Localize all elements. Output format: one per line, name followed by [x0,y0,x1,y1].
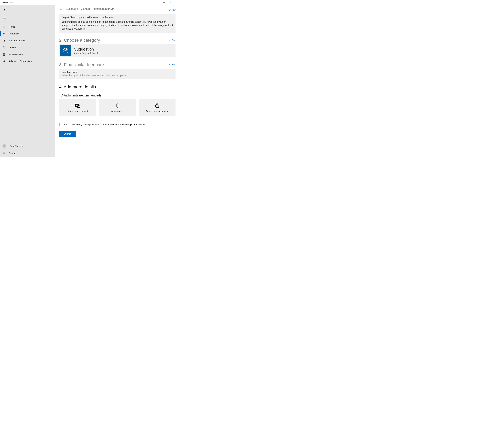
svg-point-9 [4,33,5,34]
hamburger-button[interactable] [2,16,7,20]
feedback-summary-box: Snip & Sketch app should have a zoom fea… [59,14,175,33]
feedback-title: Snip & Sketch app should have a zoom fea… [62,16,173,19]
edit-button-step1[interactable]: Edit [168,9,175,11]
home-icon [2,25,6,28]
svg-rect-1 [170,2,172,3]
paperclip-icon [115,103,120,108]
window-close-button[interactable] [175,0,182,5]
avatar-icon: + [2,144,6,148]
similar-feedback-box: New feedback Select this option if there… [59,69,175,79]
category-box: Suggestion Apps > Snip and Sketch [59,44,175,57]
category-title: Suggestion [74,47,99,52]
svg-rect-11 [3,60,4,61]
nav-quests[interactable]: Quests [0,44,55,51]
ribbon-icon [2,53,6,56]
nav-feedback[interactable]: Feedback [0,30,55,37]
window-minimize-button[interactable] [161,0,167,5]
pencil-icon [168,39,171,41]
svg-point-8 [3,33,4,33]
nav-achievements[interactable]: Achievements [0,51,55,58]
feedback-body: You should be able to zoom in on an imag… [62,20,173,30]
diagnostics-icon [2,60,6,63]
nav-label: Quests [9,46,16,49]
user-name: Cora Thomas [10,145,23,147]
tile-label: Record my suggestion [146,110,168,112]
category-path: Apps > Snip and Sketch [74,52,99,55]
nav-label: Feedback [9,32,19,35]
nav-announcements[interactable]: Announcements [0,37,55,44]
svg-point-28 [158,107,159,108]
megaphone-icon [2,39,6,42]
pencil-icon [168,9,171,11]
nav-label: Settings [9,152,17,154]
main-content: 1. Enter your feedback Edit Snip & Sketc… [55,5,182,157]
attach-screenshot-tile[interactable]: Attach a screenshot [59,99,96,116]
nav-label: Achievements [9,53,23,56]
window-title: Feedback Hub [1,1,13,3]
save-copy-checkbox[interactable]: Save a local copy of diagnostics and att… [59,123,175,126]
nav-label: Announcements [9,39,25,42]
screenshot-icon [75,103,80,108]
nav-user[interactable]: + Cora Thomas [0,142,55,149]
step3-heading: 3. Find similar feedback [59,62,175,67]
svg-point-15 [4,145,5,146]
step2-heading: 2. Choose a category [59,38,175,43]
gear-icon [2,151,6,155]
svg-point-16 [3,152,4,153]
map-icon [2,46,6,49]
edit-button-step3[interactable]: Edit [168,63,175,66]
svg-point-18 [66,49,67,50]
window-maximize-button[interactable] [167,0,175,5]
record-suggestion-tile[interactable]: Record my suggestion [139,99,175,116]
nav-home[interactable]: Home [0,23,55,30]
category-icon [60,45,71,56]
svg-point-13 [4,60,5,61]
nav-settings[interactable]: Settings [0,149,55,157]
back-button[interactable] [2,8,7,12]
sidebar: Home Feedback Announcements [0,5,55,157]
tile-label: Attach a screenshot [67,110,88,112]
submit-button[interactable]: Submit [59,131,76,137]
step4-heading: 4. Add more details [59,85,175,89]
nav-diagnostics[interactable]: Advanced Diagnostics [0,58,55,65]
checkbox-icon [59,123,62,126]
svg-rect-21 [78,106,80,108]
checkbox-label: Save a local copy of diagnostics and att… [64,123,145,126]
stopwatch-icon [154,103,160,108]
similar-body: Select this option if there isn't any fe… [62,74,173,77]
svg-point-10 [3,53,5,55]
edit-button-step2[interactable]: Edit [168,39,175,41]
feedback-icon [2,32,6,35]
pencil-icon [168,63,171,66]
nav-label: Home [9,25,15,28]
attachments-heading: Attachments (recommended) [61,94,175,97]
titlebar: Feedback Hub [0,0,182,5]
similar-title: New feedback [62,71,173,74]
tile-label: Attach a file [111,110,123,112]
attach-file-tile[interactable]: Attach a file [99,99,136,116]
nav-label: Advanced Diagnostics [9,60,31,62]
step1-heading: 1. Enter your feedback [59,8,175,12]
